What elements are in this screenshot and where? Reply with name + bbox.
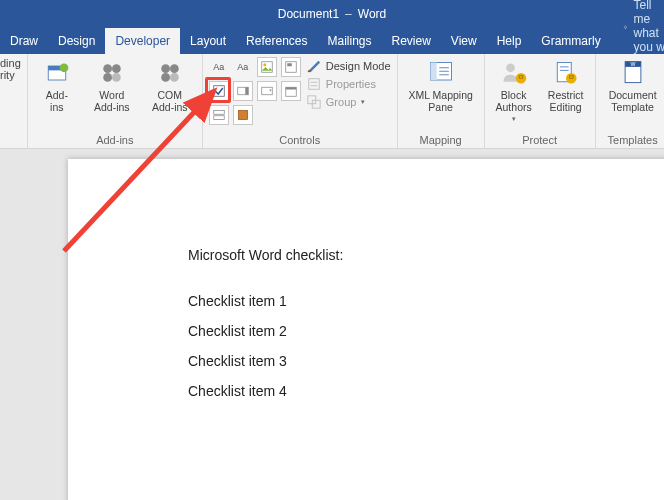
restrict-editing-icon xyxy=(552,59,580,87)
svg-point-14 xyxy=(263,63,266,66)
svg-rect-22 xyxy=(286,87,297,89)
tab-help[interactable]: Help xyxy=(487,28,532,54)
group-controls: Aa Aa Design Mode Properties xyxy=(203,54,398,148)
group-mapping: XML Mapping Pane Mapping xyxy=(398,54,485,148)
restrict-editing-label: Restrict Editing xyxy=(548,89,584,113)
list-item[interactable]: Checklist item 4 xyxy=(188,383,648,399)
group-button[interactable]: Group ▾ xyxy=(307,95,391,109)
tab-design[interactable]: Design xyxy=(48,28,105,54)
properties-label: Properties xyxy=(326,78,376,90)
svg-point-10 xyxy=(170,64,179,73)
list-item[interactable]: Checklist item 2 xyxy=(188,323,648,339)
list-item[interactable]: Checklist item 3 xyxy=(188,353,648,369)
doc-heading[interactable]: Microsoft Word checklist: xyxy=(188,247,648,263)
block-authors-icon xyxy=(500,59,528,87)
tab-grammarly[interactable]: Grammarly xyxy=(531,28,610,54)
properties-icon xyxy=(307,77,321,91)
addins-icon xyxy=(43,59,71,87)
tell-me[interactable]: Tell me what you w xyxy=(615,0,664,54)
legacy-tools-icon[interactable] xyxy=(233,105,253,125)
controls-grid: Aa Aa xyxy=(209,57,301,125)
design-mode-icon xyxy=(307,59,321,73)
tab-references[interactable]: References xyxy=(236,28,317,54)
lightbulb-icon xyxy=(623,19,628,33)
svg-point-4 xyxy=(59,63,68,72)
restrict-editing-button[interactable]: Restrict Editing xyxy=(543,57,589,123)
tab-developer[interactable]: Developer xyxy=(105,28,180,54)
word-addins-label: Word Add-ins xyxy=(94,89,130,113)
tab-mailings[interactable]: Mailings xyxy=(317,28,381,54)
svg-rect-24 xyxy=(214,116,225,120)
design-mode-label: Design Mode xyxy=(326,60,391,72)
svg-point-7 xyxy=(103,73,112,82)
doc-name: Document1 xyxy=(278,7,339,21)
tab-review[interactable]: Review xyxy=(382,28,441,54)
svg-rect-19 xyxy=(245,87,248,95)
group-addins-label: Add-ins xyxy=(34,132,196,146)
svg-point-12 xyxy=(170,73,179,82)
com-addins-label: COM Add-ins xyxy=(152,89,188,113)
word-addins-icon xyxy=(98,59,126,87)
tab-view[interactable]: View xyxy=(441,28,487,54)
group-btn-label: Group xyxy=(326,96,357,108)
group-templates: W Document Template Templates xyxy=(596,54,664,148)
svg-rect-23 xyxy=(214,111,225,115)
svg-rect-26 xyxy=(308,70,311,72)
checkbox-control-icon[interactable] xyxy=(209,81,229,101)
tell-me-label: Tell me what you w xyxy=(633,0,664,54)
svg-point-9 xyxy=(161,64,170,73)
xml-mapping-icon xyxy=(427,59,455,87)
repeating-control-icon[interactable] xyxy=(209,105,229,125)
com-addins-icon xyxy=(156,59,184,87)
document-body[interactable]: Microsoft Word checklist: Checklist item… xyxy=(188,247,648,399)
group-addins: Add- ins Word Add-ins COM Add-ins Add-in… xyxy=(28,54,203,148)
svg-rect-1 xyxy=(625,28,626,29)
design-mode-button[interactable]: Design Mode xyxy=(307,59,391,73)
word-addins-button[interactable]: Word Add-ins xyxy=(86,57,138,113)
svg-point-5 xyxy=(103,64,112,73)
block-authors-button[interactable]: Block Authors ▾ xyxy=(491,57,537,123)
group-code-label xyxy=(0,132,21,146)
group-protect: Block Authors ▾ Restrict Editing Protect xyxy=(485,54,596,148)
addins-button[interactable]: Add- ins xyxy=(34,57,80,113)
picture-control-icon[interactable] xyxy=(257,57,277,77)
page[interactable]: Microsoft Word checklist: Checklist item… xyxy=(68,159,664,500)
svg-rect-27 xyxy=(309,79,320,90)
properties-button[interactable]: Properties xyxy=(307,77,391,91)
com-addins-button[interactable]: COM Add-ins xyxy=(144,57,196,113)
xml-mapping-button[interactable]: XML Mapping Pane xyxy=(404,57,478,113)
document-template-icon: W xyxy=(619,59,647,87)
title-bar: Document1 – Word xyxy=(0,0,664,28)
svg-text:W: W xyxy=(630,61,635,67)
list-item[interactable]: Checklist item 1 xyxy=(188,293,648,309)
block-authors-label: Block Authors xyxy=(496,89,532,113)
svg-point-6 xyxy=(112,64,121,73)
building-block-control-icon[interactable] xyxy=(281,57,301,77)
combo-box-control-icon[interactable] xyxy=(233,81,253,101)
chevron-down-icon: ▾ xyxy=(512,115,516,123)
rich-text-control-icon[interactable]: Aa xyxy=(209,57,229,77)
document-template-label: Document Template xyxy=(609,89,657,113)
ribbon: ding rity Add- ins Word Add-ins COM Add-… xyxy=(0,54,664,149)
date-picker-control-icon[interactable] xyxy=(281,81,301,101)
svg-point-0 xyxy=(624,26,626,28)
tab-draw[interactable]: Draw xyxy=(0,28,48,54)
chevron-down-icon: ▾ xyxy=(361,98,365,106)
tab-layout[interactable]: Layout xyxy=(180,28,236,54)
svg-point-8 xyxy=(112,73,121,82)
group-mapping-label: Mapping xyxy=(404,132,478,146)
dropdown-control-icon[interactable] xyxy=(257,81,277,101)
group-code-partial: ding rity xyxy=(0,54,28,148)
plain-text-control-icon[interactable]: Aa xyxy=(233,57,253,77)
svg-rect-16 xyxy=(287,63,292,66)
group-templates-label: Templates xyxy=(602,132,664,146)
document-area[interactable]: Microsoft Word checklist: Checklist item… xyxy=(0,149,664,500)
group-controls-label: Controls xyxy=(209,132,391,146)
svg-rect-25 xyxy=(238,111,247,120)
document-template-button[interactable]: W Document Template xyxy=(602,57,664,113)
svg-rect-33 xyxy=(430,63,436,81)
addins-label: Add- ins xyxy=(46,89,68,113)
xml-mapping-label: XML Mapping Pane xyxy=(408,89,472,113)
app-name: Word xyxy=(358,7,386,21)
group-protect-label: Protect xyxy=(491,132,589,146)
